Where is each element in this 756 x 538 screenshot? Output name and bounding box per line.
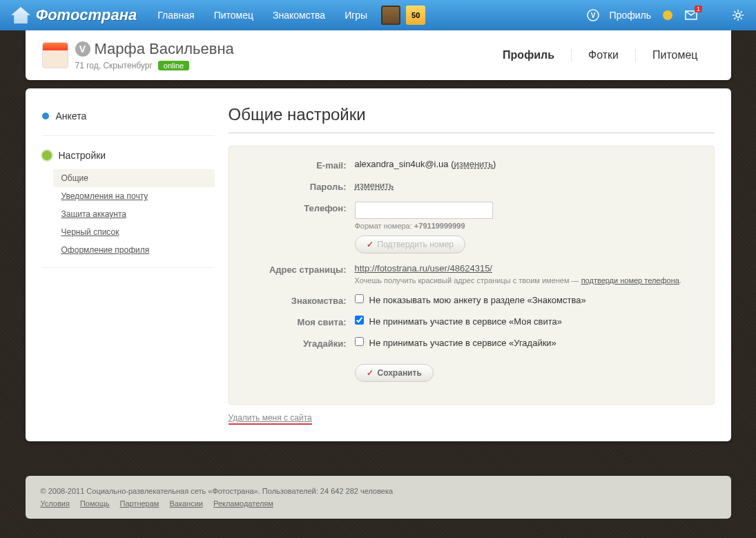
svita-checkbox[interactable]	[355, 316, 364, 325]
ugad-checkbox[interactable]	[355, 337, 364, 346]
coin-icon[interactable]	[661, 8, 675, 22]
ugad-text: Не принимать участие в сервисе «Угадайки…	[369, 338, 556, 348]
footer-terms[interactable]: Условия	[41, 499, 70, 508]
divider	[42, 135, 215, 136]
phone-label: Телефон:	[243, 202, 347, 213]
dating-text: Не показывать мою анкету в разделе «Знак…	[369, 295, 586, 305]
dating-checkbox[interactable]	[355, 294, 364, 303]
sidebar-item-anketa[interactable]: Анкета	[42, 105, 215, 127]
page-title: Общие настройки	[229, 105, 715, 133]
online-badge: online	[158, 61, 189, 70]
user-name-row: V Марфа Васильевна	[75, 40, 234, 58]
moon-icon[interactable]	[708, 8, 721, 22]
tab-profile[interactable]: Профиль	[486, 49, 571, 61]
email-label: E-mail:	[243, 159, 347, 171]
user-age-city: 71 год, Скрытенбург	[75, 61, 153, 70]
subnav-general[interactable]: Общие	[53, 169, 215, 187]
footer-jobs[interactable]: Вакансии	[169, 499, 203, 508]
profile-tabs: Профиль Фотки Питомец	[486, 49, 714, 61]
email-change-link[interactable]: изменить	[454, 159, 494, 169]
svg-point-4	[736, 13, 740, 17]
subnav-security[interactable]: Защита аккаунта	[53, 205, 215, 223]
user-sub-row: 71 год, Скрытенбург online	[75, 61, 234, 70]
nav-games[interactable]: Игры	[345, 10, 367, 21]
email-value: alexandra_sin4uk@i.ua	[355, 159, 449, 169]
sidebar: Анкета Настройки Общие Уведомления на по…	[42, 105, 215, 425]
profile-header: V Марфа Васильевна 71 год, Скрытенбург o…	[26, 30, 731, 80]
nav-pet[interactable]: Питомец	[214, 10, 253, 21]
divider	[42, 267, 215, 268]
gear-icon[interactable]	[731, 8, 745, 22]
tab-photos[interactable]: Фотки	[571, 49, 635, 61]
confirm-phone-button[interactable]: ✓Подтвердить номер	[355, 236, 466, 253]
dot-green-icon	[42, 151, 52, 160]
svita-label: Моя свита:	[243, 316, 347, 327]
main-nav: Главная Питомец Знакомства Игры	[157, 10, 367, 21]
url-label: Адрес страницы:	[243, 263, 347, 275]
svita-text: Не принимать участие в сервисе «Моя свит…	[369, 316, 563, 327]
mail-count: 1	[695, 6, 702, 12]
phone-format-pre: Формат номера:	[355, 222, 414, 230]
logo[interactable]: Фотострана	[11, 6, 137, 24]
settings-form: E-mail: alexandra_sin4uk@i.ua (изменить)…	[229, 146, 715, 405]
logo-text: Фотострана	[36, 6, 137, 24]
delete-account-link[interactable]: Удалить меня с сайта	[229, 413, 312, 425]
subnav-notifications[interactable]: Уведомления на почту	[53, 187, 215, 205]
badge-50-icon[interactable]: 50	[406, 6, 425, 25]
sidebar-item-label: Анкета	[56, 111, 87, 122]
vip-badge-icon: V	[75, 41, 90, 57]
password-change-link[interactable]: изменить	[355, 180, 394, 191]
dating-label: Знакомства:	[243, 294, 347, 306]
check-icon: ✓	[367, 368, 374, 378]
url-hint: Хочешь получить красивый адрес страницы …	[355, 276, 581, 285]
mail-icon[interactable]: 1	[684, 8, 698, 22]
save-button[interactable]: ✓Сохранить	[355, 364, 434, 382]
check-icon: ✓	[367, 240, 374, 249]
footer-help[interactable]: Помощь	[80, 499, 110, 508]
main-panel: Общие настройки E-mail: alexandra_sin4uk…	[229, 105, 715, 425]
vip-icon[interactable]: V	[586, 8, 600, 22]
sidebar-subnav: Общие Уведомления на почту Защита аккаун…	[53, 169, 215, 259]
user-name: Марфа Васильевна	[95, 40, 234, 58]
profile-link[interactable]: Профиль	[610, 10, 651, 21]
subnav-design[interactable]: Оформление профиля	[53, 241, 215, 259]
subnav-blacklist[interactable]: Черный список	[53, 223, 215, 241]
top-right-tools: V Профиль 1	[586, 8, 745, 22]
phone-format: +79119999999	[414, 222, 465, 230]
avatar[interactable]	[42, 42, 68, 68]
footer: © 2008-2011 Социально-развлекательная се…	[26, 476, 731, 519]
content: Анкета Настройки Общие Уведомления на по…	[26, 88, 731, 441]
footer-ads[interactable]: Рекламодателям	[213, 499, 273, 508]
password-label: Пароль:	[243, 180, 347, 192]
nav-dating[interactable]: Знакомства	[273, 10, 325, 21]
footer-copyright: © 2008-2011 Социально-развлекательная се…	[41, 487, 716, 495]
house-icon	[11, 7, 30, 23]
tab-pet[interactable]: Питомец	[635, 49, 715, 61]
window-icon[interactable]	[381, 6, 400, 25]
svg-text:V: V	[590, 12, 595, 19]
svg-point-2	[663, 10, 672, 20]
top-bar: Фотострана Главная Питомец Знакомства Иг…	[0, 0, 756, 30]
ugad-label: Угадайки:	[243, 337, 347, 349]
nav-home[interactable]: Главная	[157, 10, 194, 21]
top-game-icons: 50	[381, 6, 425, 25]
sidebar-item-label: Настройки	[59, 150, 106, 161]
profile-url[interactable]: http://fotostrana.ru/user/48624315/	[355, 263, 492, 273]
footer-links: Условия Помощь Партнерам Вакансии Реклам…	[41, 499, 716, 508]
confirm-phone-link[interactable]: подтверди номер телефона	[581, 276, 679, 285]
phone-input[interactable]	[355, 202, 493, 219]
dot-blue-icon	[42, 113, 49, 119]
sidebar-item-settings[interactable]: Настройки	[42, 144, 215, 166]
footer-partners[interactable]: Партнерам	[119, 499, 159, 508]
